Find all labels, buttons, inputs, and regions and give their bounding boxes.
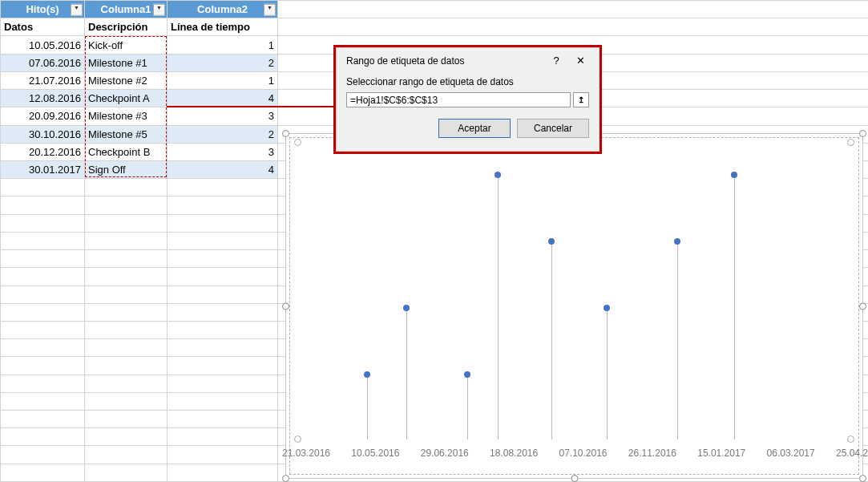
x-axis-tick-label: 07.10.2016 bbox=[559, 448, 607, 459]
table-header-columna1: Columna1 ▼ bbox=[85, 1, 168, 18]
dialog-title: Rango de etiqueta de datos bbox=[346, 55, 544, 67]
filter-dropdown-icon[interactable]: ▼ bbox=[264, 3, 276, 15]
chart-stem bbox=[734, 173, 735, 439]
chart-data-point[interactable] bbox=[464, 371, 470, 378]
chart-data-point[interactable] bbox=[731, 172, 737, 178]
subheader-datos: Datos bbox=[1, 18, 85, 36]
chart-stem bbox=[467, 373, 468, 439]
chart-x-axis: 21.03.201610.05.201629.06.201618.08.2016… bbox=[294, 448, 854, 472]
accept-button[interactable]: Aceptar bbox=[438, 119, 511, 138]
plot-area-handle[interactable] bbox=[847, 435, 854, 443]
plot-area-handle[interactable] bbox=[294, 139, 301, 146]
header-label: Columna1 bbox=[101, 3, 151, 15]
chart-plot-area[interactable] bbox=[298, 142, 850, 439]
resize-handle[interactable] bbox=[282, 130, 289, 137]
data-label-range-dialog: Rango de etiqueta de datos ? ✕ Seleccion… bbox=[333, 45, 602, 154]
callout-connector-line bbox=[167, 106, 335, 107]
x-axis-tick-label: 15.01.2017 bbox=[697, 448, 745, 459]
x-axis-tick-label: 10.05.2016 bbox=[351, 448, 399, 459]
chart-data-point[interactable] bbox=[674, 238, 680, 245]
dialog-field-label: Seleccionar rango de etiqueta de datos bbox=[346, 76, 589, 87]
subheader-linea: Línea de tiempo bbox=[168, 18, 278, 36]
chart-stem bbox=[677, 240, 678, 439]
chart-stem bbox=[551, 240, 552, 439]
chart-data-point[interactable] bbox=[548, 238, 555, 245]
table-header-hitos: Hito(s) ▼ bbox=[1, 1, 85, 18]
embedded-chart[interactable]: 21.03.201610.05.201629.06.201618.08.2016… bbox=[285, 133, 863, 479]
header-label: Columna2 bbox=[197, 3, 248, 15]
filter-dropdown-icon[interactable]: ▼ bbox=[153, 3, 165, 15]
x-axis-tick-label: 21.03.2016 bbox=[282, 448, 330, 459]
chart-data-point[interactable] bbox=[495, 172, 501, 178]
resize-handle[interactable] bbox=[859, 130, 866, 137]
x-axis-tick-label: 06.03.2017 bbox=[767, 448, 815, 459]
x-axis-tick-label: 18.08.2016 bbox=[490, 448, 538, 459]
range-input[interactable] bbox=[346, 92, 571, 107]
chart-stem bbox=[607, 306, 608, 439]
resize-handle[interactable] bbox=[282, 475, 289, 482]
resize-handle[interactable] bbox=[571, 475, 578, 482]
resize-handle[interactable] bbox=[859, 302, 866, 310]
x-axis-tick-label: 26.11.2016 bbox=[628, 448, 676, 459]
plot-area-handle[interactable] bbox=[294, 435, 301, 443]
table-header-columna2: Columna2 ▼ bbox=[168, 1, 278, 18]
chart-data-point[interactable] bbox=[364, 371, 370, 378]
collapse-dialog-icon[interactable]: ↥ bbox=[573, 92, 589, 107]
plot-area-handle[interactable] bbox=[847, 139, 854, 146]
header-label: Hito(s) bbox=[26, 3, 59, 15]
chart-stem bbox=[367, 373, 368, 439]
chart-data-point[interactable] bbox=[604, 305, 610, 311]
x-axis-tick-label: 29.06.2016 bbox=[421, 448, 469, 459]
empty-cell[interactable] bbox=[278, 18, 869, 36]
chart-stem bbox=[406, 306, 407, 439]
filter-dropdown-icon[interactable]: ▼ bbox=[71, 3, 83, 15]
resize-handle[interactable] bbox=[282, 302, 289, 310]
close-icon[interactable]: ✕ bbox=[568, 55, 592, 67]
chart-stem bbox=[498, 173, 499, 439]
subheader-descripcion: Descripción bbox=[85, 18, 168, 36]
help-icon[interactable]: ? bbox=[544, 55, 568, 67]
chart-data-point[interactable] bbox=[403, 305, 410, 311]
resize-handle[interactable] bbox=[859, 475, 866, 482]
x-axis-tick-label: 25.04.2017 bbox=[836, 448, 868, 459]
empty-cell[interactable] bbox=[278, 1, 869, 18]
cancel-button[interactable]: Cancelar bbox=[517, 119, 589, 138]
